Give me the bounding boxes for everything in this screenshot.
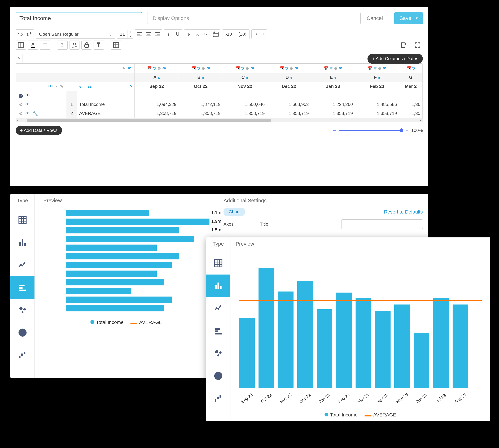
eye-icon[interactable]: 👁 (162, 66, 166, 71)
text-color-button[interactable]: A (28, 41, 38, 49)
eye-icon[interactable]: 👁 (339, 66, 343, 71)
borders-button[interactable] (16, 41, 26, 49)
eye-icon[interactable]: 👁 (26, 93, 30, 98)
increase-decimal-button[interactable]: .00 (259, 30, 267, 39)
type-bubble-chart-button[interactable] (206, 342, 230, 365)
eye-icon[interactable]: 👁 (25, 111, 30, 116)
zoom-out-button[interactable]: − (333, 127, 336, 134)
format-painter-button[interactable] (94, 41, 104, 49)
col-date[interactable]: Mar 2 (399, 82, 422, 91)
wrench-icon[interactable]: 🔧 (32, 111, 38, 116)
type-waterfall-button[interactable] (206, 387, 230, 410)
col-date[interactable]: Sep 22 (135, 82, 179, 91)
chevron-right-icon[interactable]: › (55, 84, 57, 89)
gear-icon[interactable]: ⚙ (378, 66, 381, 71)
cell[interactable]: 1,358,719 (179, 109, 223, 118)
type-hbar-chart-button[interactable] (206, 320, 230, 342)
cell[interactable]: 1,358,719 (311, 109, 355, 118)
col-date[interactable]: Oct 22 (179, 82, 223, 91)
filter-icon[interactable]: ▽ (197, 66, 200, 71)
cell[interactable]: 1,872,119 (179, 100, 223, 109)
type-table-button[interactable] (206, 252, 230, 274)
fullscreen-button[interactable] (412, 41, 423, 49)
cell[interactable]: 1,485,586 (355, 100, 399, 109)
filter-icon[interactable]: ▽ (241, 66, 244, 71)
eye-icon[interactable]: 👁 (383, 66, 387, 71)
cell[interactable]: 1,358,719 (355, 109, 399, 118)
calendar-icon[interactable]: 📅 (235, 66, 240, 71)
save-button[interactable]: Save ▾ (394, 12, 423, 24)
font-size-up-button[interactable]: + (128, 30, 133, 34)
add-columns-button[interactable]: + Add Columns / Dates (368, 54, 423, 64)
help-icon[interactable]: ? (19, 94, 23, 98)
number-format-button[interactable]: 123 (202, 30, 211, 39)
font-select[interactable]: Open Sans Regular ⌄ (36, 30, 115, 39)
gear-icon[interactable]: ⚙ (246, 66, 249, 71)
filter-icon[interactable]: ▽ (285, 66, 288, 71)
type-waterfall-button[interactable] (10, 344, 34, 366)
col-letter[interactable]: D ⇅ (267, 73, 311, 82)
filter-icon[interactable]: ▽ (374, 66, 376, 71)
negative-minus-button[interactable]: -10 (222, 30, 235, 39)
row-label[interactable]: AVERAGE (77, 109, 135, 118)
col-date[interactable]: Nov 22 (223, 82, 267, 91)
gear-icon[interactable]: ⚙ (290, 66, 293, 71)
underline-button[interactable]: U (173, 30, 182, 39)
sum-button[interactable]: Σ (57, 41, 68, 49)
filter-icon[interactable]: ▽ (412, 66, 415, 71)
filter-icon[interactable]: ▽ (153, 66, 156, 71)
col-date[interactable]: Jan 23 (311, 82, 355, 91)
title-input[interactable] (16, 12, 142, 24)
calendar-icon[interactable]: 📅 (406, 66, 411, 71)
font-size-down-button[interactable]: − (128, 34, 133, 39)
row-number[interactable]: 1 (66, 100, 77, 109)
type-hbar-chart-button[interactable] (10, 276, 34, 299)
align-right-button[interactable] (153, 30, 162, 39)
col-letter[interactable]: G (399, 73, 422, 82)
gear-icon[interactable]: ⚙ (19, 102, 23, 107)
gear-icon[interactable]: ⚙ (19, 111, 23, 116)
type-bubble-chart-button[interactable] (10, 299, 34, 321)
table-options-button[interactable] (111, 41, 121, 49)
axes-title-input[interactable] (341, 219, 423, 229)
col-letter[interactable]: C ⇅ (223, 73, 267, 82)
export-button[interactable] (399, 41, 409, 49)
col-date[interactable]: Feb 23 (355, 82, 399, 91)
eye-icon[interactable]: 👁 (295, 66, 298, 71)
type-pie-chart-button[interactable] (206, 365, 230, 387)
col-letter[interactable]: B ⇅ (179, 73, 223, 82)
decrease-decimal-button[interactable]: .0 (251, 30, 259, 39)
eye-icon[interactable]: 👁 (128, 66, 132, 71)
calendar-icon[interactable]: 📅 (279, 66, 284, 71)
type-pie-chart-button[interactable] (10, 321, 34, 344)
formula-input[interactable] (23, 54, 368, 64)
filter-icon[interactable]: ▽ (329, 66, 332, 71)
arrow-down-right-icon[interactable]: ↘ (129, 84, 132, 88)
calendar-icon[interactable]: 📅 (147, 66, 152, 71)
cell[interactable]: 1,668,953 (267, 100, 311, 109)
display-options-button[interactable]: Display Options (147, 12, 194, 24)
align-center-button[interactable] (144, 30, 153, 39)
cell[interactable]: 1,358,719 (135, 109, 179, 118)
zoom-slider[interactable] (339, 130, 403, 131)
cell[interactable]: 1,358,719 (223, 109, 267, 118)
fill-color-button[interactable] (40, 41, 50, 49)
edit-icon[interactable]: ✎ (60, 84, 63, 89)
type-column-chart-button[interactable] (10, 231, 34, 254)
type-table-button[interactable] (10, 209, 34, 231)
type-column-chart-button[interactable] (206, 274, 230, 297)
cell[interactable]: 1,094,329 (135, 100, 179, 109)
eye-icon[interactable]: 👁 (48, 84, 53, 89)
date-format-button[interactable] (211, 30, 220, 39)
cancel-button[interactable]: Cancel (360, 12, 389, 24)
edit-icon[interactable]: ✎ (122, 66, 125, 71)
row-label[interactable]: Total Income (77, 100, 135, 109)
cell[interactable]: 1,36 (399, 100, 422, 109)
eye-icon[interactable]: 👁 (25, 102, 30, 107)
zoom-in-button[interactable]: + (405, 127, 409, 133)
revert-defaults-link[interactable]: Revert to Defaults (384, 209, 423, 215)
horizontal-scrollbar[interactable]: ◂ ▸ (16, 118, 422, 122)
gear-icon[interactable]: ⚙ (202, 66, 205, 71)
eye-icon[interactable]: 👁 (206, 66, 210, 71)
cell[interactable]: 1,224,260 (311, 100, 355, 109)
